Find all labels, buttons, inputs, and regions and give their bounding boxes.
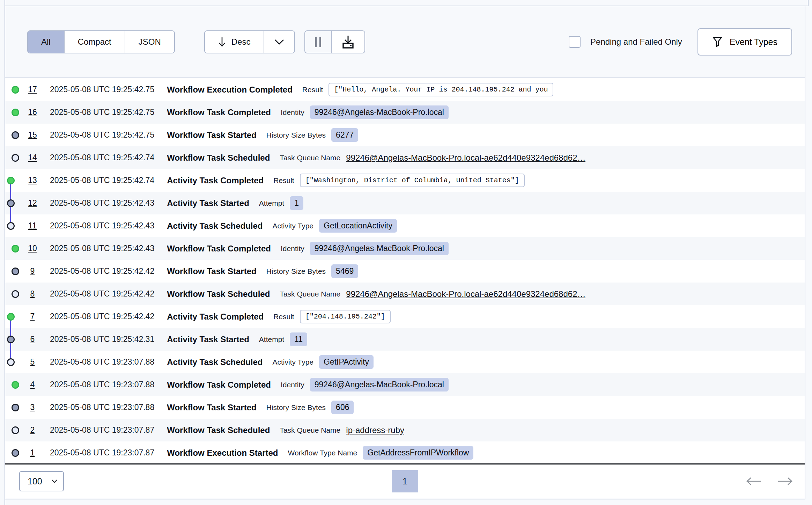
history-actions-group [304,30,365,53]
event-row[interactable]: 8 2025-05-08 UTC 19:25:42.42 Workflow Ta… [5,283,805,305]
attribute-value-badge: GetAddressFromIPWorkflow [363,446,473,460]
event-timestamp: 2025-05-08 UTC 19:25:42.75 [50,85,154,94]
event-timestamp: 2025-05-08 UTC 19:25:42.43 [50,198,154,208]
event-row[interactable]: 5 2025-05-08 UTC 19:23:07.88 Activity Ta… [5,351,805,373]
event-row[interactable]: 6 2025-05-08 UTC 19:25:42.31 Activity Ta… [5,328,805,351]
event-name: Workflow Task Completed [167,244,271,254]
event-name: Activity Task Completed [167,176,264,185]
event-row[interactable]: 15 2025-05-08 UTC 19:25:42.75 Workflow T… [5,124,805,146]
chevron-down-icon [274,39,285,45]
event-id-link[interactable]: 7 [27,312,38,321]
tab-all[interactable]: All [28,31,64,53]
event-name: Workflow Task Started [167,403,257,412]
event-status-dot [12,268,19,275]
event-status-dot [7,199,15,207]
event-history-toolbar: All Compact JSON Desc [5,6,805,78]
event-name: Activity Task Scheduled [167,221,263,231]
event-id-link[interactable]: 8 [27,289,38,299]
pause-updates-button[interactable] [305,31,331,53]
attribute-value-badge: 6277 [331,128,358,142]
attribute-label: Identity [281,108,304,117]
attribute-value-badge: 99246@Angelas-MacBook-Pro.local [310,105,449,119]
attribute-value-badge: 5469 [331,264,358,278]
event-id-link[interactable]: 15 [27,130,38,140]
event-name: Workflow Task Started [167,130,257,140]
tab-json[interactable]: JSON [125,31,174,53]
event-id-link[interactable]: 4 [27,380,38,389]
event-id-link[interactable]: 10 [27,244,38,253]
event-types-filter-button[interactable]: Event Types [697,28,792,56]
event-row[interactable]: 10 2025-05-08 UTC 19:25:42.43 Workflow T… [5,237,805,260]
event-status-dot [12,404,19,411]
download-history-button[interactable] [331,31,364,53]
pending-failed-checkbox[interactable] [569,36,581,48]
attribute-value-link[interactable]: 99246@Angelas-MacBook-Pro.local-ae62d440… [346,289,585,299]
event-row[interactable]: 13 2025-05-08 UTC 19:25:42.74 Activity T… [5,169,805,192]
event-row[interactable]: 4 2025-05-08 UTC 19:23:07.88 Workflow Ta… [5,373,805,396]
attribute-value-badge: 11 [290,332,307,346]
event-name: Activity Task Started [167,198,249,208]
event-status-dot [12,449,19,457]
event-timestamp: 2025-05-08 UTC 19:25:42.42 [50,289,154,299]
filter-icon [712,36,723,47]
attribute-label: History Size Bytes [266,267,326,276]
page-size-select[interactable]: 100 [19,471,64,491]
event-types-label: Event Types [730,37,777,47]
event-id-link[interactable]: 6 [27,335,38,344]
event-name: Activity Task Completed [167,312,264,322]
event-timestamp: 2025-05-08 UTC 19:25:42.43 [50,244,154,253]
attribute-value-link[interactable]: ip-address-ruby [346,425,404,435]
event-name: Activity Task Scheduled [167,357,263,367]
event-id-link[interactable]: 11 [27,221,38,230]
event-id-link[interactable]: 17 [27,85,38,94]
event-timestamp: 2025-05-08 UTC 19:25:42.31 [50,335,154,344]
event-id-link[interactable]: 2 [27,425,38,435]
event-row[interactable]: 11 2025-05-08 UTC 19:25:42.43 Activity T… [5,214,805,237]
event-status-dot [12,131,19,139]
attribute-value-code: ["Washington, District of Columbia, Unit… [300,174,525,187]
view-mode-switcher: All Compact JSON [27,30,175,53]
event-id-link[interactable]: 12 [27,198,38,208]
event-row[interactable]: 17 2025-05-08 UTC 19:25:42.75 Workflow E… [5,78,805,101]
event-timestamp: 2025-05-08 UTC 19:25:42.43 [50,221,154,230]
event-row[interactable]: 12 2025-05-08 UTC 19:25:42.43 Activity T… [5,192,805,214]
event-row[interactable]: 7 2025-05-08 UTC 19:25:42.42 Activity Ta… [5,305,805,328]
event-status-dot [7,222,15,230]
attribute-label: Task Queue Name [280,426,340,434]
attribute-value-code: ["Hello, Angela. Your IP is 204.148.195.… [329,83,553,96]
previous-page-button[interactable] [744,475,763,488]
event-row[interactable]: 2 2025-05-08 UTC 19:23:07.87 Workflow Ta… [5,419,805,441]
event-id-link[interactable]: 9 [27,266,38,276]
event-row[interactable]: 14 2025-05-08 UTC 19:25:42.74 Workflow T… [5,146,805,169]
chevron-down-icon [51,479,58,483]
tab-compact[interactable]: Compact [64,31,125,53]
arrow-left-icon [746,477,761,486]
event-row[interactable]: 9 2025-05-08 UTC 19:25:42.42 Workflow Ta… [5,260,805,283]
event-id-link[interactable]: 14 [27,153,38,162]
event-row[interactable]: 16 2025-05-08 UTC 19:25:42.75 Workflow T… [5,101,805,124]
sort-control: Desc [204,30,295,53]
event-timestamp: 2025-05-08 UTC 19:25:42.42 [50,312,154,321]
sort-options-button[interactable] [264,31,294,53]
event-id-link[interactable]: 5 [27,357,38,367]
sort-desc-button[interactable]: Desc [205,31,264,53]
pause-icon [315,37,321,47]
attribute-label: Identity [281,244,304,253]
event-row[interactable]: 3 2025-05-08 UTC 19:23:07.88 Workflow Ta… [5,396,805,419]
attribute-label: Result [273,313,294,321]
event-row[interactable]: 1 2025-05-08 UTC 19:23:07.87 Workflow Ex… [5,441,805,463]
pagination-arrows [744,475,795,488]
attribute-label: History Size Bytes [266,131,326,139]
event-id-link[interactable]: 1 [27,448,38,458]
attribute-value-link[interactable]: 99246@Angelas-MacBook-Pro.local-ae62d440… [346,153,585,163]
event-id-link[interactable]: 16 [27,108,38,117]
next-page-button[interactable] [775,475,795,488]
event-id-link[interactable]: 3 [27,403,38,412]
attribute-label: Attempt [259,335,284,344]
event-status-dot [12,245,19,252]
attribute-label: Identity [281,381,304,389]
event-status-dot [12,426,19,434]
event-id-link[interactable]: 13 [27,176,38,185]
event-name: Workflow Task Completed [167,380,271,390]
current-page-indicator: 1 [392,470,418,492]
